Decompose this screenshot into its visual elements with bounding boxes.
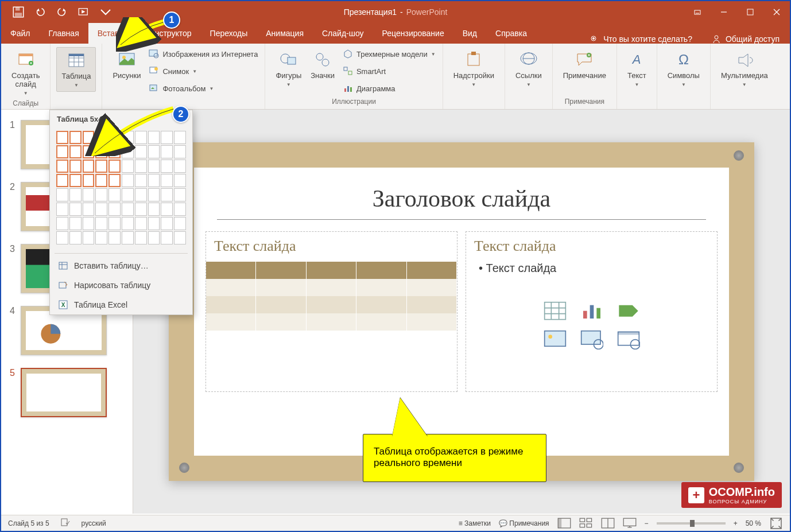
grid-cell[interactable] <box>83 231 95 244</box>
insert-smartart-icon[interactable] <box>617 301 640 321</box>
grid-cell[interactable] <box>135 231 147 244</box>
grid-cell[interactable] <box>148 231 160 244</box>
insert-chart-icon[interactable] <box>580 301 603 321</box>
zoom-slider[interactable] <box>657 522 726 525</box>
shapes-button[interactable]: Фигуры▼ <box>271 47 306 91</box>
grid-cell[interactable] <box>69 145 82 158</box>
notes-button[interactable]: ≡ Заметки <box>459 519 491 527</box>
tab-transitions[interactable]: Переходы <box>201 23 257 44</box>
grid-cell[interactable] <box>161 217 173 230</box>
grid-cell[interactable] <box>148 160 160 173</box>
grid-cell[interactable] <box>69 131 82 144</box>
grid-cell[interactable] <box>108 188 121 201</box>
minimize-button[interactable] <box>711 1 737 23</box>
slideshow-view-icon[interactable] <box>623 518 637 529</box>
zoom-in[interactable]: + <box>734 519 738 527</box>
tab-file[interactable]: Файл <box>1 23 39 44</box>
undo-icon[interactable] <box>34 6 46 18</box>
3d-models-button[interactable]: Трехмерные модели▼ <box>342 47 437 61</box>
tab-help[interactable]: Справка <box>486 23 536 44</box>
grid-cell[interactable] <box>108 203 121 216</box>
grid-cell[interactable] <box>122 174 134 187</box>
language-label[interactable]: русский <box>82 519 106 527</box>
grid-cell[interactable] <box>95 188 107 201</box>
tab-slideshow[interactable]: Слайд-шоу <box>313 23 373 44</box>
grid-cell[interactable] <box>95 217 107 230</box>
chart-button[interactable]: Диаграмма <box>342 81 437 95</box>
grid-cell[interactable] <box>108 217 121 230</box>
grid-cell[interactable] <box>135 217 147 230</box>
grid-cell[interactable] <box>174 203 186 216</box>
grid-cell[interactable] <box>108 174 121 187</box>
tab-home[interactable]: Главная <box>39 23 88 44</box>
screenshot-button[interactable]: Снимок▼ <box>148 64 259 78</box>
insert-online-picture-icon[interactable] <box>580 329 603 350</box>
grid-cell[interactable] <box>148 188 160 201</box>
grid-cell[interactable] <box>174 217 186 230</box>
grid-cell[interactable] <box>56 145 68 158</box>
grid-cell[interactable] <box>108 160 121 173</box>
grid-cell[interactable] <box>56 131 68 144</box>
media-button[interactable]: Мультимедиа▼ <box>716 47 773 91</box>
grid-cell[interactable] <box>56 231 68 244</box>
thumb-5[interactable]: 5 <box>6 368 128 417</box>
grid-cell[interactable] <box>122 160 134 173</box>
insert-picture-icon[interactable] <box>544 329 567 350</box>
text-button[interactable]: AТекст▼ <box>623 47 651 91</box>
grid-cell[interactable] <box>161 174 173 187</box>
zoom-level[interactable]: 50 % <box>746 519 761 527</box>
ribbon-options-icon[interactable] <box>684 1 711 23</box>
addins-button[interactable]: Надстройки▼ <box>449 47 499 91</box>
tab-review[interactable]: Рецензирование <box>373 23 453 44</box>
grid-cell[interactable] <box>122 188 134 201</box>
grid-cell[interactable] <box>122 203 134 216</box>
slide-title-placeholder[interactable]: Заголовок слайда <box>194 168 729 219</box>
excel-table-menu-item[interactable]: XТаблица Excel <box>50 295 192 314</box>
tell-me-search[interactable]: Что вы хотите сделать? <box>580 34 701 44</box>
grid-cell[interactable] <box>174 231 186 244</box>
grid-cell[interactable] <box>135 174 147 187</box>
grid-cell[interactable] <box>56 174 68 187</box>
grid-cell[interactable] <box>135 188 147 201</box>
grid-cell[interactable] <box>135 160 147 173</box>
grid-cell[interactable] <box>69 217 82 230</box>
grid-cell[interactable] <box>69 203 82 216</box>
maximize-button[interactable] <box>737 1 763 23</box>
grid-cell[interactable] <box>148 174 160 187</box>
grid-cell[interactable] <box>69 160 82 173</box>
close-button[interactable] <box>763 1 790 23</box>
symbols-button[interactable]: ΩСимволы▼ <box>663 47 704 91</box>
normal-view-icon[interactable] <box>557 518 571 529</box>
draw-table-menu-item[interactable]: Нарисовать таблицу <box>50 275 192 295</box>
grid-cell[interactable] <box>56 188 68 201</box>
grid-cell[interactable] <box>83 174 95 187</box>
insert-table-icon[interactable] <box>544 301 567 321</box>
grid-cell[interactable] <box>174 174 186 187</box>
grid-cell[interactable] <box>83 160 95 173</box>
grid-cell[interactable] <box>69 174 82 187</box>
grid-cell[interactable] <box>95 174 107 187</box>
spell-check-icon[interactable] <box>61 518 70 528</box>
icons-button[interactable]: Значки <box>306 47 339 83</box>
grid-cell[interactable] <box>56 217 68 230</box>
share-button[interactable]: Общий доступ <box>701 34 790 44</box>
redo-icon[interactable] <box>56 6 68 18</box>
comments-button[interactable]: 💬 Примечания <box>499 519 549 527</box>
left-content-placeholder[interactable]: Текст слайда <box>205 231 457 392</box>
grid-cell[interactable] <box>148 217 160 230</box>
start-from-begin-icon[interactable] <box>78 6 90 18</box>
grid-cell[interactable] <box>56 160 68 173</box>
qat-more-icon[interactable] <box>100 6 111 18</box>
smartart-button[interactable]: SmartArt <box>342 64 437 78</box>
new-slide-button[interactable]: Создать слайд ▼ <box>7 47 44 99</box>
right-content-placeholder[interactable]: Текст слайда • Текст слайда <box>466 231 718 392</box>
grid-cell[interactable] <box>174 160 186 173</box>
grid-cell[interactable] <box>69 188 82 201</box>
grid-cell[interactable] <box>95 203 107 216</box>
grid-cell[interactable] <box>95 231 107 244</box>
slide-canvas[interactable]: Заголовок слайда Текст слайда Текст сла <box>169 142 754 481</box>
grid-cell[interactable] <box>135 203 147 216</box>
tab-view[interactable]: Вид <box>453 23 486 44</box>
grid-cell[interactable] <box>83 188 95 201</box>
grid-cell[interactable] <box>122 231 134 244</box>
